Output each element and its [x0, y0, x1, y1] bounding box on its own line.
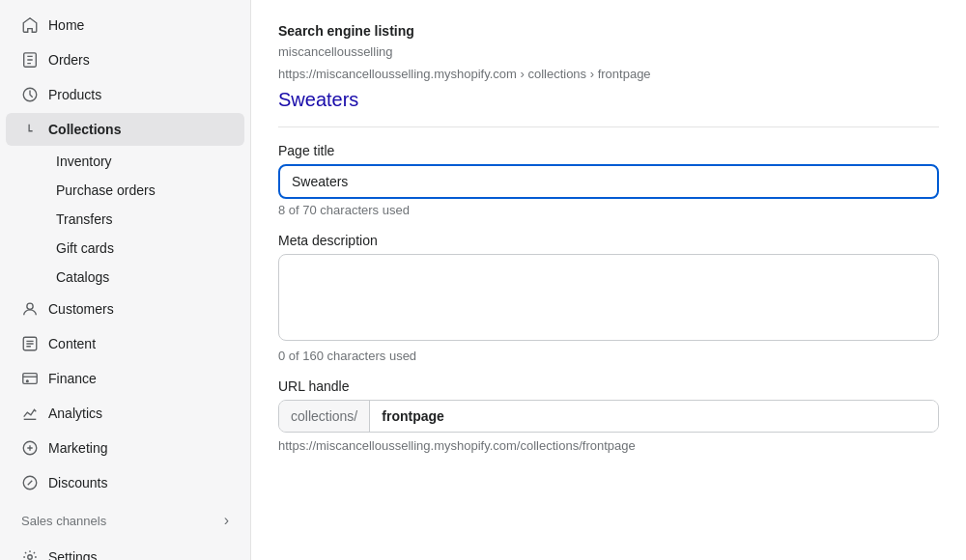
settings-icon — [21, 548, 39, 560]
sidebar-item-gift-cards[interactable]: Gift cards — [6, 235, 244, 262]
content-icon — [21, 335, 39, 352]
sidebar-item-inventory[interactable]: Inventory — [6, 148, 244, 175]
seo-shop-url: https://miscancellousselling.myshopify.c… — [278, 67, 939, 81]
sales-channels-section[interactable]: Sales channels › — [6, 504, 244, 537]
url-handle-value: frontpage — [370, 401, 938, 432]
sidebar-item-collections[interactable]: Collections — [6, 113, 244, 146]
home-icon — [21, 16, 39, 34]
sidebar-item-content-label: Content — [48, 336, 96, 351]
sidebar-item-transfers[interactable]: Transfers — [6, 206, 244, 233]
sidebar-item-discounts[interactable]: Discounts — [6, 466, 244, 499]
svg-point-8 — [28, 555, 33, 560]
page-title-input[interactable] — [278, 164, 939, 199]
sidebar-item-analytics-label: Analytics — [48, 406, 102, 421]
sidebar-item-content[interactable]: Content — [6, 327, 244, 360]
sidebar-item-analytics[interactable]: Analytics — [6, 397, 244, 430]
analytics-icon — [21, 405, 39, 422]
url-full: https://miscancellousselling.myshopify.c… — [278, 438, 939, 453]
sidebar-item-customers[interactable]: Customers — [6, 293, 244, 325]
url-handle-group: URL handle collections/ frontpage https:… — [278, 378, 939, 453]
sidebar-item-discounts-label: Discounts — [48, 475, 107, 490]
sidebar-item-catalogs[interactable]: Catalogs — [6, 264, 244, 291]
sales-channels-label: Sales channels — [21, 514, 106, 528]
marketing-icon — [21, 439, 39, 457]
sidebar-item-inventory-label: Inventory — [56, 154, 112, 169]
sidebar-item-collections-label: Collections — [48, 122, 121, 137]
meta-description-group: Meta description 0 of 160 characters use… — [278, 233, 939, 363]
products-icon — [21, 86, 39, 103]
page-title-group: Page title 8 of 70 characters used — [278, 143, 939, 217]
main-content: Search engine listing miscancellousselli… — [251, 0, 966, 560]
sidebar-item-orders-label: Orders — [48, 52, 90, 68]
customers-icon — [21, 300, 39, 318]
meta-description-label: Meta description — [278, 233, 939, 248]
sidebar-item-settings[interactable]: Settings — [6, 541, 244, 560]
seo-section-title: Search engine listing — [278, 23, 939, 39]
sidebar-item-purchase-orders[interactable]: Purchase orders — [6, 177, 244, 204]
svg-point-2 — [27, 303, 33, 309]
sidebar-item-gift-cards-label: Gift cards — [56, 240, 114, 256]
page-title-label: Page title — [278, 143, 939, 158]
url-handle-wrapper: collections/ frontpage — [278, 400, 939, 433]
orders-icon — [21, 51, 39, 69]
sidebar-item-products[interactable]: Products — [6, 78, 244, 111]
seo-section: Search engine listing miscancellousselli… — [278, 23, 939, 127]
sidebar-item-customers-label: Customers — [48, 301, 114, 317]
sidebar-item-settings-label: Settings — [48, 549, 98, 560]
url-handle-label: URL handle — [278, 378, 939, 394]
seo-preview-title: Sweaters — [278, 89, 939, 127]
url-handle-prefix: collections/ — [279, 401, 370, 432]
collections-indent-icon — [21, 121, 39, 138]
finance-icon — [21, 370, 39, 387]
sidebar-item-home-label: Home — [48, 17, 84, 33]
sidebar-item-orders[interactable]: Orders — [6, 43, 244, 76]
sidebar-item-purchase-orders-label: Purchase orders — [56, 182, 156, 198]
meta-description-input[interactable] — [278, 254, 939, 341]
sidebar: Home Orders Products Collections — [0, 0, 251, 560]
svg-point-5 — [26, 380, 28, 382]
sidebar-item-home[interactable]: Home — [6, 9, 244, 42]
svg-rect-4 — [23, 374, 37, 384]
sidebar-item-finance[interactable]: Finance — [6, 362, 244, 395]
meta-description-char-count: 0 of 160 characters used — [278, 349, 939, 363]
sidebar-item-finance-label: Finance — [48, 371, 97, 386]
sales-channels-chevron: › — [224, 512, 229, 529]
sidebar-item-transfers-label: Transfers — [56, 211, 113, 227]
discounts-icon — [21, 474, 39, 491]
page-title-char-count: 8 of 70 characters used — [278, 203, 939, 217]
sidebar-item-products-label: Products — [48, 87, 101, 102]
sidebar-item-marketing[interactable]: Marketing — [6, 432, 244, 464]
sidebar-item-marketing-label: Marketing — [48, 440, 107, 456]
seo-shop-name: miscancellousselling — [278, 44, 939, 59]
sidebar-item-catalogs-label: Catalogs — [56, 269, 109, 285]
